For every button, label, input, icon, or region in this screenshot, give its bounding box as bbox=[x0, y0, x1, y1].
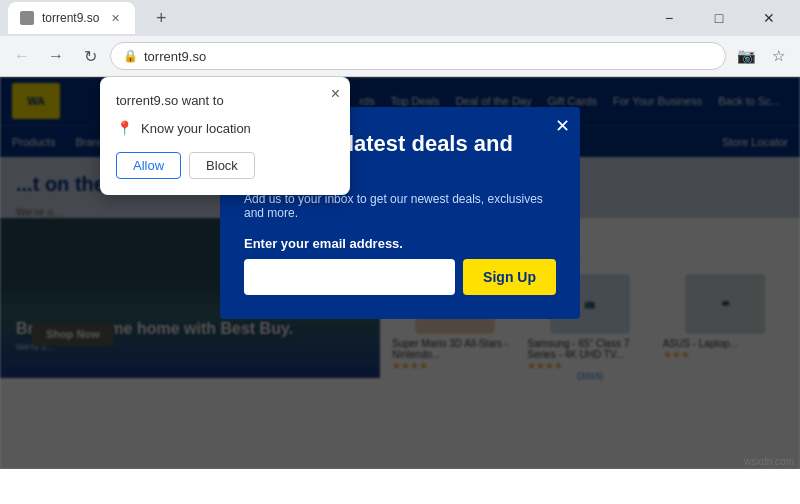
tab-favicon-icon bbox=[20, 11, 34, 25]
bookmark-icon[interactable]: ☆ bbox=[764, 42, 792, 70]
tab-close-button[interactable]: ✕ bbox=[107, 10, 123, 26]
new-tab-button[interactable]: + bbox=[147, 4, 175, 32]
address-bar-row: ← → ↻ 🔒 torrent9.so 📷 ☆ bbox=[0, 36, 800, 76]
toolbar-icons: 📷 ☆ bbox=[732, 42, 792, 70]
signup-button[interactable]: Sign Up bbox=[463, 259, 556, 295]
forward-button[interactable]: → bbox=[42, 42, 70, 70]
popup-close-button[interactable]: × bbox=[331, 85, 340, 103]
page-content: WA rds Top Deals Deal of the Day Gift Ca… bbox=[0, 77, 800, 469]
modal-subtitle: Add us to your inbox to get our newest d… bbox=[244, 192, 556, 220]
popup-permission-text: Know your location bbox=[141, 121, 251, 136]
location-permission-popup: × torrent9.so want to 📍 Know your locati… bbox=[100, 77, 350, 195]
popup-title: torrent9.so want to bbox=[116, 93, 334, 108]
modal-input-row: Sign Up bbox=[244, 259, 556, 295]
popup-buttons: Allow Block bbox=[116, 152, 334, 179]
browser-tab[interactable]: torrent9.so ✕ bbox=[8, 2, 135, 34]
back-button[interactable]: ← bbox=[8, 42, 36, 70]
email-input[interactable] bbox=[244, 259, 455, 295]
allow-button[interactable]: Allow bbox=[116, 152, 181, 179]
lock-icon: 🔒 bbox=[123, 49, 138, 63]
window-controls: − □ ✕ bbox=[646, 4, 792, 32]
popup-permission-row: 📍 Know your location bbox=[116, 120, 334, 136]
camera-off-icon[interactable]: 📷 bbox=[732, 42, 760, 70]
maximize-button[interactable]: □ bbox=[696, 4, 742, 32]
close-button[interactable]: ✕ bbox=[746, 4, 792, 32]
browser-chrome: torrent9.so ✕ + − □ ✕ ← → ↻ 🔒 torrent9.s… bbox=[0, 0, 800, 77]
address-bar[interactable]: 🔒 torrent9.so bbox=[110, 42, 726, 70]
tab-title: torrent9.so bbox=[42, 11, 99, 25]
modal-close-button[interactable]: ✕ bbox=[555, 115, 570, 137]
title-bar: torrent9.so ✕ + − □ ✕ bbox=[0, 0, 800, 36]
minimize-button[interactable]: − bbox=[646, 4, 692, 32]
block-button[interactable]: Block bbox=[189, 152, 255, 179]
refresh-button[interactable]: ↻ bbox=[76, 42, 104, 70]
location-pin-icon: 📍 bbox=[116, 120, 133, 136]
address-text: torrent9.so bbox=[144, 49, 713, 64]
email-label: Enter your email address. bbox=[244, 236, 556, 251]
